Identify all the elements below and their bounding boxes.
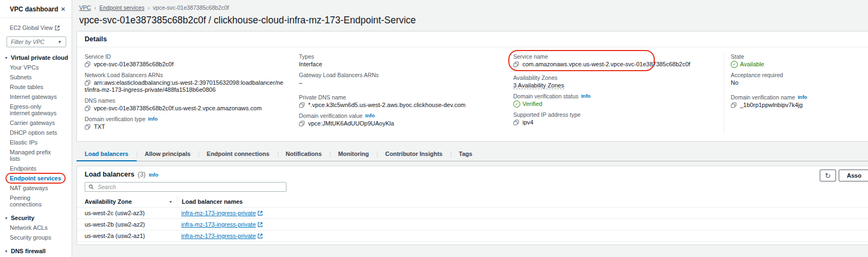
tab-bar: Load balancers Allow principals Endpoint… <box>76 148 868 161</box>
field-label: Service ID <box>85 53 299 60</box>
field-service-name: Service name com.amazonaws.vpce.us-west-… <box>513 53 724 68</box>
info-link[interactable]: Info <box>581 93 590 99</box>
breadcrumb: VPC › Endpoint services › vpce-svc-01e38… <box>72 4 868 11</box>
table-row: us-west-2a (usw2-az1) infra-mz-173-ingre… <box>77 230 868 242</box>
tab-contributor-insights[interactable]: Contributor Insights <box>377 148 451 161</box>
copy-icon[interactable] <box>85 80 91 86</box>
info-link[interactable]: Info <box>365 112 374 119</box>
field-value: _1b0rp1ppwlnbipv7k4jg <box>740 102 803 108</box>
availability-zones-link[interactable]: 3 Availability Zones <box>513 82 564 89</box>
field-value: arn:aws:elasticloadbalancing:us-west-2:3… <box>85 79 283 93</box>
info-link[interactable]: Info <box>149 172 158 178</box>
tab-endpoint-connections[interactable]: Endpoint connections <box>199 148 278 161</box>
table-row: us-west-2b (usw2-az2) infra-mz-173-ingre… <box>77 219 868 230</box>
table-header-row: Availability Zone▼ Load balancer names <box>77 196 868 208</box>
az-cell: us-west-2a (usw2-az1) <box>77 230 177 241</box>
field-label: Availability Zones <box>513 74 724 81</box>
copy-icon[interactable] <box>85 124 91 130</box>
details-header: Details <box>77 32 868 47</box>
sidebar-item-internet-gateways[interactable]: Internet gateways <box>10 93 62 100</box>
verified-check-icon: ✓ <box>513 101 520 108</box>
sidebar-item-network-acls[interactable]: Network ACLs <box>10 224 62 231</box>
field-private-dns-name: Private DNS name *.vpce.k3lc5wn6d5.us-we… <box>299 94 513 109</box>
search-input[interactable] <box>97 183 283 191</box>
sidebar-item-egress-only-internet-gateways[interactable]: Egress-only internet gateways <box>10 103 62 116</box>
tab-allow-principals[interactable]: Allow principals <box>137 148 199 161</box>
breadcrumb-separator: › <box>94 4 97 11</box>
sort-descending-icon[interactable]: ▼ <box>169 200 173 204</box>
refresh-button[interactable]: ↻ <box>820 170 836 181</box>
field-label: Domain verification value <box>299 112 362 119</box>
associate-button[interactable]: Asso <box>839 170 868 181</box>
breadcrumb-vpc[interactable]: VPC <box>79 4 91 11</box>
copy-icon[interactable] <box>513 120 519 126</box>
field-domain-verification-type: Domain verification typeInfo TXT <box>85 116 299 130</box>
copy-icon[interactable] <box>513 61 519 67</box>
sidebar-item-peering-connections[interactable]: Peering connections <box>10 195 62 208</box>
sidebar-item-dhcp-option-sets[interactable]: DHCP option sets <box>10 129 62 136</box>
sidebar-item-endpoint-services[interactable]: Endpoint services <box>10 175 61 181</box>
field-domain-verification-status: Domain verification statusInfo ✓Verified <box>513 93 724 108</box>
sidebar-item-security-groups[interactable]: Security groups <box>10 234 62 241</box>
sidebar-item-route-tables[interactable]: Route tables <box>10 84 62 90</box>
vpc-console-page: VPC dashboard × EC2 Global View Filter b… <box>0 0 868 257</box>
sidebar-item-your-vpcs[interactable]: Your VPCs <box>10 64 62 71</box>
page-title: vpce-svc-01e387385c68b2c0f / clickhouse-… <box>72 15 868 26</box>
field-label: Service name <box>513 53 724 60</box>
external-link-icon <box>258 222 263 227</box>
field-types: Types Interface <box>299 53 513 68</box>
load-balancer-link[interactable]: infra-mz-173-ingress-private <box>181 233 263 239</box>
load-balancer-link[interactable]: infra-mz-173-ingress-private <box>181 221 263 228</box>
available-check-icon: ✓ <box>731 61 738 68</box>
details-column-3: Service name com.amazonaws.vpce.us-west-… <box>513 53 724 134</box>
tab-monitoring[interactable]: Monitoring <box>330 148 377 161</box>
details-column-2: Types Interface Gateway Load Balancers A… <box>299 53 513 134</box>
copy-icon[interactable] <box>85 105 91 111</box>
az-cell: us-west-2b (usw2-az2) <box>77 219 177 230</box>
details-column-4: State ✓Available Acceptance required No … <box>724 53 868 134</box>
tab-load-balancers[interactable]: Load balancers <box>76 148 137 161</box>
sidebar-item-carrier-gateways[interactable]: Carrier gateways <box>10 120 62 126</box>
section-security[interactable]: ▼ Security <box>4 215 72 221</box>
field-value: ipv4 <box>522 119 533 126</box>
tab-tags[interactable]: Tags <box>451 148 481 161</box>
field-availability-zones: Availability Zones 3 Availability Zones <box>513 74 724 89</box>
breadcrumb-endpoint-services[interactable]: Endpoint services <box>99 4 144 11</box>
sidebar-item-managed-prefix-lists[interactable]: Managed prefix lists <box>10 149 62 162</box>
info-link[interactable]: Info <box>797 94 807 101</box>
refresh-icon: ↻ <box>825 172 831 180</box>
tab-notifications[interactable]: Notifications <box>278 148 330 161</box>
close-icon[interactable]: × <box>61 7 65 12</box>
field-value: vpce:JMtUK6AdUUOp9UAoyKla <box>308 120 394 127</box>
sidebar: VPC dashboard × EC2 Global View Filter b… <box>0 0 72 257</box>
sidebar-title: VPC dashboard <box>10 5 58 13</box>
sidebar-item-elastic-ips[interactable]: Elastic IPs <box>10 139 62 146</box>
vpc-filter-dropdown[interactable]: Filter by VPC ▼ <box>7 36 66 47</box>
copy-icon[interactable] <box>85 61 91 67</box>
field-label: DNS names <box>85 97 299 104</box>
copy-icon[interactable] <box>299 121 305 127</box>
breadcrumb-separator: › <box>148 4 150 11</box>
ec2-global-view-link[interactable]: EC2 Global View <box>0 18 72 31</box>
field-value: com.amazonaws.vpce.us-west-2.vpce-svc-01… <box>522 61 690 67</box>
search-icon <box>88 182 94 192</box>
field-label: Supported IP address type <box>513 111 724 118</box>
az-cell: us-west-2c (usw2-az3) <box>77 208 177 218</box>
sidebar-item-subnets[interactable]: Subnets <box>10 74 62 80</box>
field-label: Domain verification type <box>85 116 145 122</box>
chevron-down-icon: ▼ <box>4 56 8 60</box>
sidebar-item-endpoints[interactable]: Endpoints <box>10 165 62 172</box>
field-label: Domain verification name <box>731 94 795 101</box>
load-balancer-link[interactable]: infra-mz-173-ingress-private <box>181 210 263 216</box>
field-label: Private DNS name <box>299 94 513 101</box>
copy-icon[interactable] <box>731 102 737 108</box>
load-balancers-count: (3) <box>138 171 146 178</box>
external-link-icon <box>55 26 60 30</box>
sidebar-item-nat-gateways[interactable]: NAT gateways <box>10 185 62 191</box>
field-domain-verification-name: Domain verification nameInfo _1b0rp1ppwl… <box>731 94 868 109</box>
info-link[interactable]: Info <box>148 116 157 122</box>
table-row: us-west-2c (usw2-az3) infra-mz-173-ingre… <box>77 208 868 219</box>
copy-icon[interactable] <box>299 102 305 108</box>
section-virtual-private-cloud[interactable]: ▼ Virtual private cloud <box>4 54 72 61</box>
section-dns-firewall[interactable]: ▼ DNS firewall <box>4 248 72 254</box>
